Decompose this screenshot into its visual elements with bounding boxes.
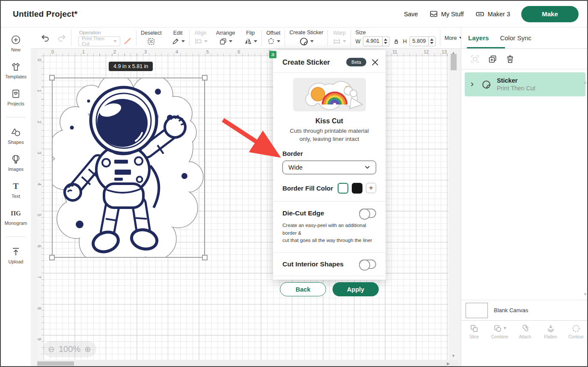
lock-ratio-icon[interactable] — [393, 38, 400, 45]
sidebar-item-projects[interactable]: Projects — [7, 88, 24, 106]
sidebar-item-new[interactable]: New — [10, 34, 21, 52]
combine-button[interactable]: Combine — [487, 324, 513, 339]
border-dropdown[interactable]: Wide — [282, 161, 376, 174]
attach-icon — [520, 324, 530, 333]
deselect-button[interactable]: Deselect — [141, 28, 162, 48]
project-card-icon — [10, 88, 21, 99]
save-button[interactable]: Save — [404, 11, 418, 18]
kiss-cut-description: Cuts through printable material only, le… — [273, 127, 386, 143]
list-scroll-down-icon[interactable]: ▼ — [583, 292, 587, 296]
scroll-down-icon[interactable]: ▼ — [451, 354, 455, 358]
width-label: W — [355, 39, 360, 45]
create-sticker-dialog: a Create Sticker Beta — [273, 50, 386, 280]
zoom-in-button[interactable]: ⊕ — [84, 344, 91, 354]
flatten-button[interactable]: Flatten — [538, 324, 564, 339]
more-button[interactable]: More — [445, 35, 463, 41]
offset-icon — [267, 37, 276, 46]
svg-text:T: T — [13, 182, 18, 191]
duplicate-icon[interactable] — [487, 54, 498, 64]
zoom-out-button[interactable]: ⊖ — [48, 344, 55, 354]
selection-handle-bottom-left[interactable] — [49, 255, 55, 260]
sidebar-item-templates[interactable]: Templates — [5, 61, 27, 79]
hot-air-balloon-icon — [10, 154, 21, 165]
fill-color-white-swatch[interactable] — [338, 183, 348, 194]
multi-select-icon[interactable] — [470, 54, 480, 64]
selection-handle-top-right[interactable] — [202, 75, 208, 81]
scroll-right-icon[interactable]: ▶ — [447, 361, 450, 366]
align-icon — [194, 37, 203, 46]
tab-color-sync[interactable]: Color Sync — [500, 34, 531, 42]
apply-button[interactable]: Apply — [333, 282, 379, 296]
sidebar-item-shapes[interactable]: Shapes — [8, 127, 24, 145]
horizontal-scroll-thumb[interactable] — [37, 361, 74, 366]
selection-bounding-box[interactable] — [52, 78, 205, 258]
kiss-cut-illustration — [293, 78, 366, 111]
canvas-horizontal-scrollbar[interactable]: ▶ — [37, 360, 457, 367]
back-button[interactable]: Back — [280, 282, 326, 296]
edit-button[interactable]: Edit — [171, 28, 185, 48]
height-stepper[interactable]: 5.809 — [410, 36, 436, 46]
flip-button[interactable]: Flip — [244, 28, 257, 48]
make-button[interactable]: Make — [521, 6, 579, 22]
undo-button[interactable] — [40, 33, 50, 43]
selection-handle-bottom-right[interactable] — [202, 255, 208, 260]
arrange-button[interactable]: Arrange — [216, 28, 235, 48]
sticker-icon — [299, 36, 309, 47]
offset-button[interactable]: Offset — [266, 28, 280, 48]
left-sidebar: New Templates Projects Shape — [1, 27, 31, 366]
print-color-pen-icon[interactable] — [123, 37, 132, 45]
vertical-scroll-thumb[interactable] — [451, 54, 457, 70]
close-icon[interactable] — [371, 59, 379, 66]
canvas-vertical-scrollbar[interactable]: ▲ ▼ — [450, 49, 457, 359]
die-cut-edge-toggle[interactable] — [359, 209, 376, 218]
ruler-horizontal: 0 1 2 3 4 5 6 7 8 9 10 11 12 13 — [37, 49, 457, 56]
svg-text:ΠG: ΠG — [11, 209, 21, 217]
machine-selector[interactable]: Maker 3 — [475, 9, 510, 18]
tshirt-icon — [10, 61, 21, 72]
tray-icon — [429, 9, 438, 18]
machine-icon — [475, 9, 485, 18]
expand-chevron-icon[interactable] — [469, 81, 475, 87]
dialog-title: Create Sticker — [282, 58, 330, 66]
attach-button[interactable]: Attach — [512, 324, 538, 339]
beta-flag-badge: a — [269, 51, 276, 58]
project-title[interactable]: Untitled Project* — [13, 9, 77, 19]
sidebar-item-images[interactable]: Images — [8, 154, 24, 172]
operation-dropdown[interactable]: Print Then Cut — [78, 36, 120, 46]
zoom-level: 100% — [59, 344, 80, 354]
width-stepper[interactable]: 4.901 — [363, 36, 389, 46]
slice-button[interactable]: Slice — [461, 324, 487, 339]
add-color-button[interactable]: + — [366, 183, 376, 193]
redo-button[interactable] — [56, 33, 67, 43]
trash-icon[interactable] — [505, 54, 515, 64]
contour-icon — [571, 324, 581, 333]
text-icon: T — [10, 181, 21, 192]
sidebar-divider — [6, 117, 26, 117]
sidebar-item-text[interactable]: T Text — [10, 181, 21, 199]
tab-layers[interactable]: Layers — [468, 34, 489, 42]
new-plus-icon — [10, 34, 21, 45]
sidebar-item-upload[interactable]: Upload — [9, 246, 24, 264]
border-fill-color-label: Border Fill Color — [282, 185, 333, 192]
warp-button[interactable]: Warp — [332, 28, 346, 48]
cut-interior-shapes-toggle[interactable] — [359, 260, 376, 269]
selection-size-tooltip: 4.9 in x 5.81 in — [109, 62, 153, 71]
fill-color-black-swatch[interactable] — [352, 183, 362, 194]
arrange-icon — [219, 37, 228, 46]
create-sticker-button[interactable]: Create Sticker — [289, 28, 323, 48]
layer-row-sticker[interactable]: Sticker Print Then Cut — [465, 72, 585, 96]
operation-label: Operation — [79, 30, 132, 35]
align-button[interactable]: Align — [194, 28, 208, 48]
sidebar-item-monogram[interactable]: ΠG Monogram — [5, 208, 27, 226]
height-label: H — [403, 39, 407, 45]
blank-canvas-row[interactable]: Blank Canvas — [461, 300, 588, 320]
list-scroll-up-icon[interactable]: ▲ — [583, 80, 587, 84]
cut-interior-shapes-label: Cut Interior Shapes — [282, 260, 344, 268]
my-stuff-button[interactable]: My Stuff — [429, 9, 464, 18]
layers-list: Sticker Print Then Cut ▲ ▼ — [461, 72, 588, 300]
selection-handle-top-left[interactable] — [49, 75, 55, 81]
canvas-color-swatch[interactable] — [466, 303, 488, 318]
warp-icon — [332, 37, 342, 46]
contour-button[interactable]: Contour — [563, 324, 588, 339]
design-canvas[interactable]: 0 1 2 3 4 5 6 7 8 9 10 11 12 13 0 1 2 3 … — [31, 49, 461, 367]
